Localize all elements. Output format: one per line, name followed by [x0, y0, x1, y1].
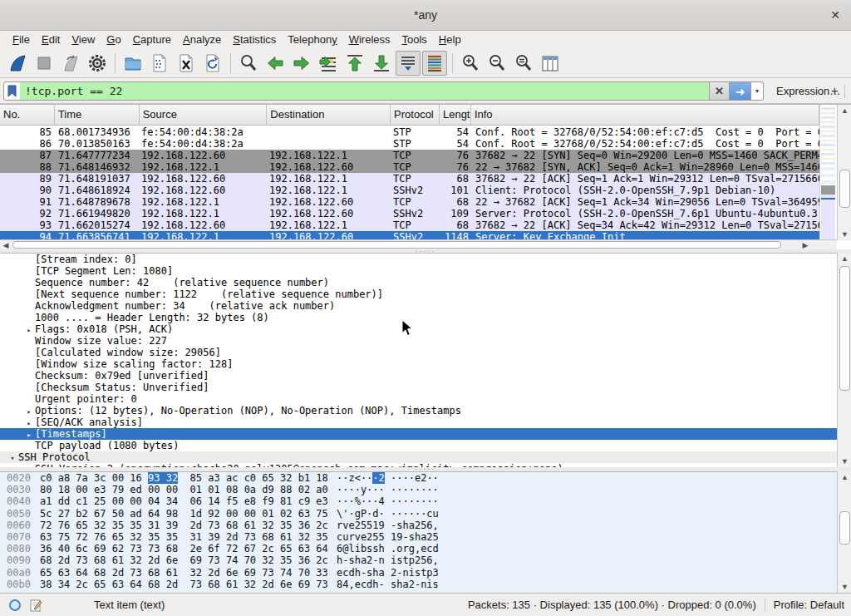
menu-telephony[interactable]: Telephony: [282, 32, 342, 47]
save-file-button[interactable]: [147, 51, 172, 76]
column-header-length[interactable]: Length: [440, 105, 471, 126]
packet-list-header[interactable]: No.TimeSourceDestinationProtocolLengthIn…: [0, 105, 819, 126]
go-to-packet-button[interactable]: [316, 51, 341, 76]
menu-help[interactable]: Help: [433, 32, 467, 47]
packet-row-85[interactable]: 8568.001734936fe:54:00:d4:38:2aSTP54Conf…: [0, 126, 819, 138]
expanded-arrow-icon[interactable]: ▾: [7, 452, 18, 464]
detail-line-0[interactable]: [Stream index: 0]: [0, 254, 851, 265]
detail-line-7[interactable]: Window size value: 227: [0, 335, 851, 347]
hex-ascii[interactable]: \'·gP·d· ······cu: [337, 508, 439, 520]
start-capture-button[interactable]: [5, 51, 30, 76]
detail-line-6[interactable]: ▸Flags: 0x018 (PSH, ACK): [0, 323, 851, 335]
filter-apply-button[interactable]: ➜: [730, 81, 751, 101]
hex-row-0050[interactable]: 00505c 27 b2 67 50 ad 64 98 1d 92 00 00 …: [0, 508, 851, 520]
hex-ascii[interactable]: 6@libssh .org,ecd: [337, 543, 439, 554]
scroll-down-arrow[interactable]: ▼: [838, 456, 851, 467]
filter-clear-button[interactable]: ✕: [710, 81, 730, 101]
packet-row-93[interactable]: 9371.662015274192.168.122.60192.168.122.…: [0, 219, 819, 231]
hex-ascii[interactable]: curve255 19-sha25: [337, 531, 439, 543]
hex-row-0040[interactable]: 0040a1 dd c1 25 00 00 04 34 06 14 f5 e8 …: [0, 495, 851, 507]
hex-row-00b0[interactable]: 00b038 34 2c 65 63 64 68 2d 73 68 61 32 …: [0, 579, 851, 590]
zoom-out-button[interactable]: [485, 51, 509, 76]
column-header-protocol[interactable]: Protocol: [391, 105, 440, 126]
hex-ascii[interactable]: ···%···4 ········: [337, 495, 439, 507]
hex-row-0070[interactable]: 007063 75 72 76 65 32 35 35 31 39 2d 73 …: [0, 531, 851, 543]
packet-row-86[interactable]: 8670.013850163fe:54:00:d4:38:2aSTP54Conf…: [0, 138, 819, 150]
go-forward-button[interactable]: [289, 51, 314, 76]
collapsed-arrow-icon[interactable]: ▸: [23, 429, 35, 441]
hex-row-0090[interactable]: 009068 2d 73 68 61 32 2d 6e 69 73 74 70 …: [0, 554, 851, 566]
detail-line-10[interactable]: Checksum: 0x79ed [unverified]: [0, 370, 851, 382]
packet-list-minimap[interactable]: [819, 105, 836, 240]
capture-comment-icon[interactable]: [30, 599, 42, 612]
zoom-in-button[interactable]: [458, 51, 483, 76]
detail-line-8[interactable]: [Calculated window size: 29056]: [0, 347, 851, 358]
column-header-no[interactable]: No.: [0, 105, 55, 126]
scroll-up-arrow[interactable]: ▲: [838, 105, 851, 116]
menu-file[interactable]: File: [7, 32, 36, 47]
detail-line-9[interactable]: [Window size scaling factor: 128]: [0, 358, 851, 370]
stop-capture-button[interactable]: [32, 51, 57, 76]
display-filter-input[interactable]: [20, 81, 710, 101]
hex-row-00a0[interactable]: 00a065 63 64 68 2d 73 68 61 32 2d 6e 69 …: [0, 567, 851, 579]
detail-line-1[interactable]: [TCP Segment Len: 1080]: [0, 265, 851, 277]
hex-bytes[interactable]: 63 75 72 76 65 32 35 35 31 39 2d 73 68 6…: [40, 531, 328, 543]
open-file-button[interactable]: [121, 51, 145, 76]
hex-ascii[interactable]: h-sha2-n istp256,: [337, 554, 439, 566]
scroll-up-arrow[interactable]: ▲: [838, 253, 851, 264]
menu-view[interactable]: View: [66, 32, 101, 47]
detail-line-15[interactable]: ▸[Timestamps]: [0, 428, 851, 440]
detail-line-17[interactable]: ▾SSH Protocol: [0, 451, 851, 463]
status-profile[interactable]: Profile: Default: [774, 599, 844, 611]
hex-bytes[interactable]: a1 dd c1 25 00 00 04 34 06 14 f5 e8 f9 8…: [40, 495, 328, 507]
hex-bytes[interactable]: c0 a8 7a 3c 00 16 93 32 85 a3 ac c0 65 3…: [40, 472, 328, 484]
collapsed-arrow-icon[interactable]: ▸: [23, 417, 35, 429]
filter-bookmark-button[interactable]: [3, 81, 21, 101]
resize-columns-button[interactable]: [538, 51, 563, 76]
packet-row-92[interactable]: 9271.661949820192.168.122.1192.168.122.6…: [0, 208, 819, 219]
menu-go[interactable]: Go: [101, 32, 126, 47]
find-packet-button[interactable]: [236, 51, 261, 76]
hex-bytes[interactable]: 80 18 00 e3 79 ed 00 00 01 01 08 0a d9 8…: [40, 484, 328, 495]
hex-row-0080[interactable]: 008036 40 6c 69 62 73 73 68 2e 6f 72 67 …: [0, 543, 851, 554]
detail-line-14[interactable]: ▸[SEQ/ACK analysis]: [0, 416, 851, 428]
detail-line-16[interactable]: TCP payload (1080 bytes): [0, 440, 851, 451]
hex-bytes[interactable]: 36 40 6c 69 62 73 73 68 2e 6f 72 67 2c 6…: [40, 543, 328, 554]
menu-statistics[interactable]: Statistics: [227, 32, 282, 47]
filter-dropdown-caret[interactable]: ▾: [751, 81, 764, 101]
detail-line-11[interactable]: [Checksum Status: Unverified]: [0, 382, 851, 393]
detail-line-13[interactable]: ▸Options: (12 bytes), No-Operation (NOP)…: [0, 405, 851, 416]
hex-bytes[interactable]: 38 34 2c 65 63 64 68 2d 73 68 61 32 2d 6…: [40, 579, 328, 590]
detail-line-12[interactable]: Urgent pointer: 0: [0, 393, 851, 405]
menu-analyze[interactable]: Analyze: [177, 32, 227, 47]
go-back-button[interactable]: [263, 51, 288, 76]
detail-line-3[interactable]: [Next sequence number: 1122 (relative se…: [0, 288, 851, 300]
menu-edit[interactable]: Edit: [36, 32, 66, 47]
packet-row-89[interactable]: 8971.648191037192.168.122.60192.168.122.…: [0, 173, 819, 185]
details-vscrollbar[interactable]: ▲ ▼: [837, 253, 851, 467]
collapsed-arrow-icon[interactable]: ▸: [23, 406, 35, 417]
column-header-time[interactable]: Time: [55, 105, 140, 126]
hex-row-0020[interactable]: 0020c0 a8 7a 3c 00 16 93 32 85 a3 ac c0 …: [0, 472, 851, 484]
detail-line-4[interactable]: Acknowledgment number: 34 (relative ack …: [0, 300, 851, 312]
close-window-button[interactable]: ✕: [828, 7, 843, 22]
packet-row-88[interactable]: 8871.648146932192.168.122.1192.168.122.6…: [0, 161, 819, 173]
hex-ascii[interactable]: ····y··· ········: [337, 484, 439, 495]
go-first-packet-button[interactable]: [342, 51, 367, 76]
zoom-original-button[interactable]: [511, 51, 536, 76]
scroll-up-arrow[interactable]: ▲: [838, 471, 851, 483]
auto-scroll-toggle[interactable]: [396, 51, 421, 76]
column-header-source[interactable]: Source: [140, 105, 268, 126]
packet-row-91[interactable]: 9171.648789678192.168.122.1192.168.122.6…: [0, 196, 819, 208]
restart-capture-button[interactable]: [58, 51, 83, 76]
hex-ascii[interactable]: ··z<···2 ····e2··: [337, 472, 439, 484]
menu-capture[interactable]: Capture: [127, 32, 177, 47]
colorize-toggle[interactable]: [422, 51, 447, 76]
column-header-info[interactable]: Info: [471, 105, 819, 126]
capture-options-button[interactable]: [85, 51, 110, 76]
reload-file-button[interactable]: [200, 51, 225, 76]
packet-row-90[interactable]: 9071.648618924192.168.122.60192.168.122.…: [0, 185, 819, 196]
hex-bytes[interactable]: 72 76 65 32 35 35 31 39 2d 73 68 61 32 3…: [40, 520, 328, 531]
close-file-button[interactable]: [174, 51, 199, 76]
hex-ascii[interactable]: rve25519 -sha256,: [337, 520, 439, 531]
